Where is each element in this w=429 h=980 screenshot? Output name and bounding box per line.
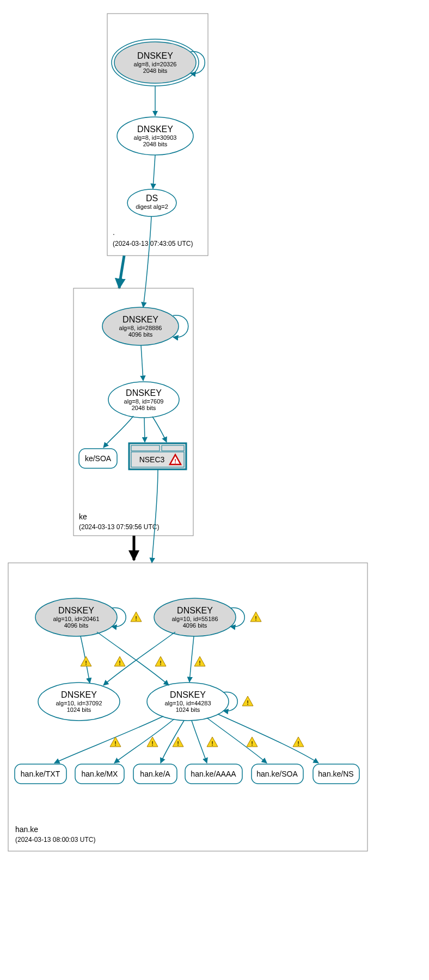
svg-text:DNSKEY: DNSKEY	[126, 388, 162, 398]
zone-root: . (2024-03-13 07:43:05 UTC) DNSKEY alg=8…	[107, 14, 208, 256]
node-hanke-zsk1: DNSKEY alg=10, id=37092 1024 bits	[38, 683, 120, 721]
edge-zsk2-aaaa	[192, 721, 207, 763]
node-rr-mx: han.ke/MX	[75, 764, 124, 784]
svg-text:!: !	[251, 740, 253, 747]
svg-text:4096 bits: 4096 bits	[183, 622, 207, 629]
svg-text:alg=10, id=20461: alg=10, id=20461	[53, 616, 99, 622]
edge-ke-ksk-zsk	[141, 345, 143, 381]
svg-text:2048 bits: 2048 bits	[143, 141, 168, 147]
svg-text:4096 bits: 4096 bits	[128, 331, 153, 338]
svg-text:!: !	[255, 615, 257, 622]
svg-text:!: !	[297, 740, 299, 747]
warning-icon: !	[247, 737, 258, 747]
svg-text:alg=10, id=44283: alg=10, id=44283	[164, 700, 211, 706]
svg-text:alg=8, id=28886: alg=8, id=28886	[119, 325, 162, 331]
node-rr-ns: han.ke/NS	[313, 764, 359, 784]
svg-text:alg=8, id=30903: alg=8, id=30903	[134, 134, 177, 141]
svg-text:!: !	[174, 458, 176, 464]
warning-icon: !	[173, 737, 183, 747]
svg-text:!: !	[211, 740, 213, 747]
node-ke-ksk: DNSKEY alg=8, id=28886 4096 bits	[102, 307, 179, 345]
svg-text:!: !	[151, 740, 154, 747]
svg-text:!: !	[199, 660, 201, 666]
zone-root-time: (2024-03-13 07:43:05 UTC)	[113, 240, 193, 247]
edge-ksk2-zsk1	[103, 632, 175, 685]
svg-text:DNSKEY: DNSKEY	[137, 125, 173, 134]
zone-ke-time: (2024-03-13 07:59:56 UTC)	[79, 523, 159, 531]
svg-text:!: !	[247, 699, 249, 706]
svg-text:ke/SOA: ke/SOA	[85, 454, 112, 463]
zone-hanke-time: (2024-03-13 08:00:03 UTC)	[15, 836, 95, 843]
svg-text:!: !	[177, 740, 179, 747]
node-root-ksk: DNSKEY alg=8, id=20326 2048 bits	[112, 39, 199, 86]
edge-ksk2-zsk2	[189, 636, 194, 682]
svg-text:alg=8, id=20326: alg=8, id=20326	[134, 61, 177, 67]
node-ke-soa: ke/SOA	[79, 449, 117, 468]
svg-text:1024 bits: 1024 bits	[67, 706, 91, 713]
svg-text:han.ke/TXT: han.ke/TXT	[21, 770, 60, 778]
node-rr-txt: han.ke/TXT	[15, 764, 66, 784]
warning-icon: !	[207, 737, 218, 747]
edge-root-zsk-ds	[153, 155, 155, 189]
zone-hanke: han.ke (2024-03-13 08:00:03 UTC) DNSKEY …	[8, 563, 367, 851]
edge-nsec3-to-hanke	[152, 469, 158, 563]
svg-text:2048 bits: 2048 bits	[132, 405, 156, 411]
warning-icon: !	[242, 696, 253, 706]
node-root-ds: DS digest alg=2	[127, 189, 176, 216]
svg-text:!: !	[85, 660, 87, 666]
edge-zsk2-mx	[114, 719, 174, 763]
svg-rect-25	[131, 445, 160, 451]
zone-ke-label: ke	[79, 512, 87, 521]
zone-hanke-label: han.ke	[15, 825, 38, 834]
svg-text:alg=8, id=7609: alg=8, id=7609	[124, 398, 164, 405]
node-hanke-ksk2: DNSKEY alg=10, id=55186 4096 bits	[154, 598, 236, 636]
svg-text:!: !	[119, 660, 121, 666]
warning-icon: !	[293, 737, 304, 747]
warning-icon: !	[250, 612, 261, 622]
svg-text:han.ke/SOA: han.ke/SOA	[256, 770, 298, 778]
svg-text:DNSKEY: DNSKEY	[122, 315, 158, 324]
svg-text:!: !	[135, 615, 137, 622]
svg-text:DNSKEY: DNSKEY	[58, 606, 94, 615]
svg-text:DNSKEY: DNSKEY	[177, 606, 213, 615]
node-rr-aaaa: han.ke/AAAA	[185, 764, 242, 784]
zone-ke: ke (2024-03-13 07:59:56 UTC) DNSKEY alg=…	[73, 288, 193, 536]
svg-text:han.ke/NS: han.ke/NS	[318, 770, 353, 778]
svg-text:han.ke/AAAA: han.ke/AAAA	[191, 770, 236, 778]
warning-icon: !	[194, 656, 205, 666]
node-hanke-ksk1: DNSKEY alg=10, id=20461 4096 bits	[35, 598, 117, 636]
node-root-zsk: DNSKEY alg=8, id=30903 2048 bits	[117, 117, 193, 155]
svg-text:DNSKEY: DNSKEY	[61, 690, 97, 699]
svg-text:han.ke/A: han.ke/A	[140, 770, 170, 778]
warning-icon: !	[81, 656, 91, 666]
edge-zsk2-ns	[218, 714, 318, 763]
edge-zsk2-soa	[207, 718, 267, 763]
node-rr-soa: han.ke/SOA	[252, 764, 303, 784]
svg-text:DNSKEY: DNSKEY	[170, 690, 206, 699]
svg-text:alg=10, id=37092: alg=10, id=37092	[56, 700, 102, 706]
svg-text:alg=10, id=55186: alg=10, id=55186	[171, 616, 218, 622]
svg-rect-26	[162, 445, 184, 451]
warning-icon: !	[155, 656, 166, 666]
svg-text:DNSKEY: DNSKEY	[137, 51, 173, 60]
edge-root-to-ke-delegation	[119, 256, 124, 288]
node-rr-a: han.ke/A	[133, 764, 177, 784]
edge-ds-ke-ksk	[143, 216, 151, 307]
svg-text:NSEC3: NSEC3	[139, 455, 165, 464]
warning-icon: !	[131, 612, 142, 622]
node-ke-nsec3: NSEC3 !	[129, 443, 186, 469]
dnssec-graph: . (2024-03-13 07:43:05 UTC) DNSKEY alg=8…	[0, 0, 429, 980]
svg-text:1024 bits: 1024 bits	[176, 706, 200, 713]
svg-text:4096 bits: 4096 bits	[64, 622, 89, 629]
svg-text:!: !	[114, 740, 117, 747]
node-hanke-zsk2: DNSKEY alg=10, id=44283 1024 bits	[147, 683, 229, 721]
svg-text:2048 bits: 2048 bits	[143, 67, 168, 74]
edge-ksk1-zsk2	[97, 632, 169, 685]
svg-text:digest alg=2: digest alg=2	[136, 203, 168, 210]
edge-ke-zsk-nsec3a	[144, 418, 145, 442]
node-ke-zsk: DNSKEY alg=8, id=7609 2048 bits	[108, 382, 179, 418]
edge-ke-zsk-nsec3b	[152, 417, 167, 442]
svg-text:han.ke/MX: han.ke/MX	[82, 770, 119, 778]
zone-root-label: .	[113, 228, 115, 237]
svg-text:!: !	[160, 660, 162, 666]
